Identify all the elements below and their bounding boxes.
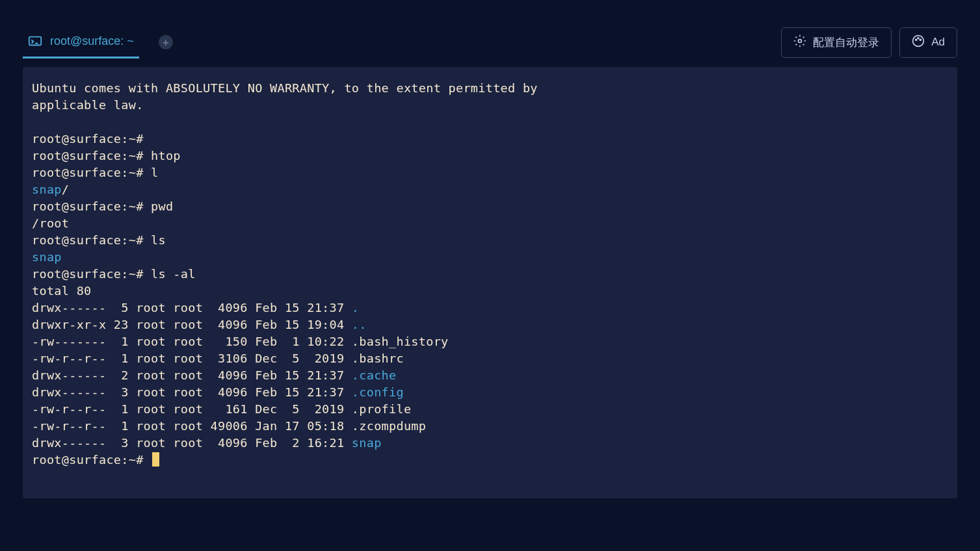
dir-entry: . [352, 301, 359, 314]
prompt-line: root@surface:~# ls -al [32, 266, 948, 283]
ad-label: Ad [931, 36, 945, 49]
monitor-icon [28, 34, 42, 49]
add-tab-button[interactable]: + [159, 35, 173, 49]
cursor [152, 452, 159, 467]
dir-entry: snap [352, 436, 382, 450]
gear-icon [793, 34, 806, 51]
svg-point-1 [799, 39, 802, 42]
ls-row: drwx------ 3 root root 4096 Feb 2 16:21 … [32, 435, 948, 452]
prompt-line: root@surface:~# ls [32, 232, 948, 249]
palette-icon [912, 34, 925, 51]
ls-row: drwx------ 2 root root 4096 Feb 15 21:37… [32, 367, 948, 384]
tab-bar: root@surface: ~ + [23, 27, 173, 58]
ls-row: -rw-r--r-- 1 root root 49006 Jan 17 05:1… [32, 418, 948, 435]
tab-title: root@surface: ~ [50, 34, 134, 48]
dir-entry: .config [352, 385, 404, 399]
svg-point-4 [918, 37, 919, 38]
dir-entry: .cache [352, 368, 397, 382]
terminal-output: Ubuntu comes with ABSOLUTELY NO WARRANTY… [32, 80, 948, 468]
tab-terminal[interactable]: root@surface: ~ [23, 27, 139, 58]
footer [23, 498, 957, 531]
ls-row: drwxr-xr-x 23 root root 4096 Feb 15 19:0… [32, 316, 948, 333]
prompt-line: root@surface:~# htop [32, 147, 948, 164]
ls-row: -rw-r--r-- 1 root root 3106 Dec 5 2019 .… [32, 350, 948, 367]
file-entry: .zcompdump [352, 419, 426, 433]
actions: 配置自动登录 Ad [781, 27, 957, 58]
svg-point-3 [916, 39, 917, 40]
terminal[interactable]: Ubuntu comes with ABSOLUTELY NO WARRANTY… [23, 67, 957, 498]
file-entry: .profile [352, 402, 412, 416]
prompt-line: root@surface:~# pwd [32, 198, 948, 215]
ls-row: drwx------ 5 root root 4096 Feb 15 21:37… [32, 300, 948, 316]
output-line: /root [32, 215, 948, 232]
ls-row: -rw------- 1 root root 150 Feb 1 10:22 .… [32, 333, 948, 350]
motd-line: Ubuntu comes with ABSOLUTELY NO WARRANTY… [32, 80, 948, 97]
dir-entry: snap [32, 250, 62, 264]
ls-row: drwx------ 3 root root 4096 Feb 15 21:37… [32, 384, 948, 401]
file-entry: .bash_history [352, 335, 449, 348]
ad-button[interactable]: Ad [899, 27, 957, 58]
output-line: snap [32, 249, 948, 266]
auto-login-button[interactable]: 配置自动登录 [781, 27, 892, 58]
dir-entry: .. [352, 318, 367, 331]
prompt-line: root@surface:~# [32, 131, 948, 147]
svg-point-5 [920, 39, 921, 40]
prompt-line: root@surface:~# l [32, 164, 948, 181]
motd-line: applicable law. [32, 97, 948, 114]
file-entry: .bashrc [352, 352, 404, 365]
blank-line [32, 114, 948, 131]
auto-login-label: 配置自动登录 [813, 35, 879, 50]
output-line: total 80 [32, 283, 948, 300]
dir-entry: snap [32, 183, 62, 196]
header: root@surface: ~ + 配置自动登录 [23, 23, 957, 62]
ls-row: -rw-r--r-- 1 root root 161 Dec 5 2019 .p… [32, 401, 948, 418]
output-line: snap/ [32, 181, 948, 198]
prompt-line: root@surface:~# [32, 452, 948, 468]
